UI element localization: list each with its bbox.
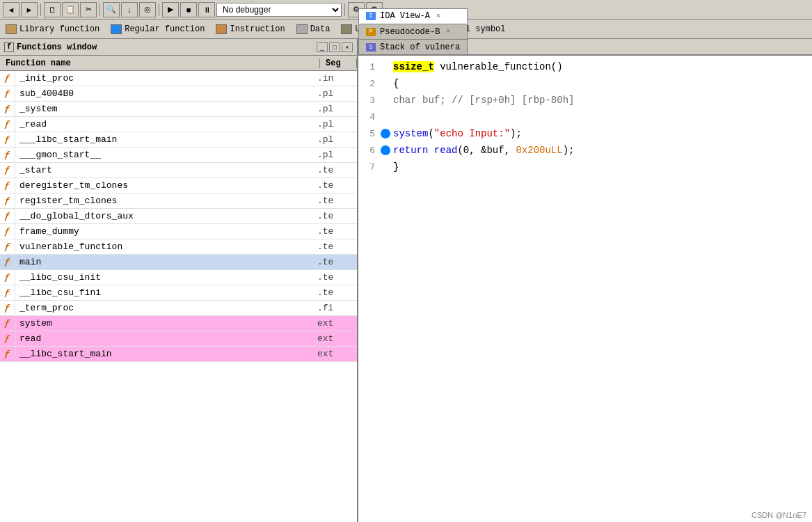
function-row[interactable]: ƒframe_dummy.te (0, 224, 357, 239)
function-row[interactable]: ƒregister_tm_clones.te (0, 193, 357, 209)
function-seg: ext (315, 318, 357, 329)
titlebar-minimize[interactable]: _ (317, 42, 328, 52)
function-row[interactable]: ƒ___gmon_start__.pl (0, 148, 357, 163)
function-row[interactable]: ƒsub_4004B0.pl (0, 86, 357, 102)
legend-unexplored-color (341, 24, 352, 34)
toolbar-run[interactable]: ▶ (162, 2, 179, 17)
legend-library-color (6, 24, 17, 34)
function-row[interactable]: ƒ__libc_start_mainext (0, 347, 357, 362)
function-row[interactable]: ƒ_start.te (0, 163, 357, 178)
function-name: __libc_start_main (15, 349, 315, 359)
toolbar-forward[interactable]: ► (21, 2, 38, 17)
function-row[interactable]: ƒ__libc_csu_fini.te (0, 285, 357, 301)
toolbar-btn5[interactable]: ↓ (121, 2, 138, 17)
function-name: system (15, 318, 315, 329)
function-seg: .te (315, 257, 357, 267)
function-name: _init_proc (15, 73, 315, 84)
toolbar-back[interactable]: ◄ (3, 2, 19, 17)
function-name: vulnerable_function (15, 242, 315, 252)
code-line: 5 system("echo Input:"); (358, 125, 812, 142)
ida-panel: IIDA View-A×PPseudocode-B×SStack of vuln… (358, 39, 812, 522)
line-number: 7 (361, 162, 381, 173)
tab-close-btn[interactable]: × (434, 12, 443, 20)
function-row[interactable]: ƒmain.te (0, 255, 357, 270)
function-row[interactable]: ƒsystemext (0, 316, 357, 331)
function-name: sub_4004B0 (15, 88, 315, 99)
legend-regular-color (111, 24, 122, 34)
tab-Stack-of-vulnera[interactable]: SStack of vulnera (358, 39, 468, 54)
line-number: 1 (361, 62, 381, 72)
function-seg: ext (315, 333, 357, 344)
titlebar-maximize[interactable]: □ (329, 42, 340, 52)
function-seg: .te (315, 242, 357, 252)
function-row[interactable]: ƒvulnerable_function.te (0, 239, 357, 255)
sep3 (159, 3, 159, 16)
function-row[interactable]: ƒderegister_tm_clones.te (0, 178, 357, 193)
tab-label: Pseudocode-B (380, 27, 440, 37)
function-row[interactable]: ƒ_system.pl (0, 102, 357, 117)
titlebar-close[interactable]: × (342, 42, 353, 52)
function-seg: .te (315, 272, 357, 283)
function-row[interactable]: ƒ__libc_csu_init.te (0, 270, 357, 285)
breakpoint-dot (381, 129, 390, 139)
code-content: ssize_t vulnerable_function() (393, 61, 812, 72)
function-icon: ƒ (0, 224, 15, 239)
toolbar-pause[interactable]: ⏸ (198, 2, 215, 17)
tab-Pseudocode-B[interactable]: PPseudocode-B× (358, 24, 468, 39)
col-name-header: Function name (0, 58, 320, 68)
function-name: _read (15, 119, 315, 129)
function-seg: .pl (315, 119, 357, 129)
line-number: 4 (361, 112, 381, 122)
function-seg: .te (315, 226, 357, 237)
function-row[interactable]: ƒ__do_global_dtors_aux.te (0, 209, 357, 224)
toolbar-btn6[interactable]: ◎ (139, 2, 156, 17)
legend-data-color (296, 24, 308, 34)
debugger-select[interactable]: No debugger (216, 3, 342, 17)
function-icon: ƒ (0, 132, 15, 148)
function-row[interactable]: ƒ_init_proc.in (0, 71, 357, 86)
function-name: main (15, 257, 315, 267)
code-line: 7} (358, 159, 812, 175)
line-number: 6 (361, 145, 381, 156)
toolbar-stop[interactable]: ■ (180, 2, 197, 17)
function-icon: ƒ (0, 71, 15, 86)
function-row[interactable]: ƒ_read.pl (0, 117, 357, 132)
code-content: char buf; // [rsp+0h] [rbp-80h] (393, 95, 812, 106)
function-seg: .pl (315, 88, 357, 99)
toolbar-btn4[interactable]: 🔍 (103, 2, 120, 17)
toolbar-btn3[interactable]: ✂ (80, 2, 97, 17)
function-icon: ƒ (0, 301, 15, 316)
code-lines: 1ssize_t vulnerable_function()2{3 char b… (358, 58, 812, 175)
function-name: __do_global_dtors_aux (15, 211, 315, 221)
function-row[interactable]: ƒ___libc_start_main.pl (0, 132, 357, 148)
legend-library: Library function (6, 24, 99, 34)
function-name: ___gmon_start__ (15, 150, 315, 160)
line-number: 3 (361, 95, 381, 106)
tab-label: IDA View-A (380, 11, 430, 21)
tab-label: Stack of vulnera (380, 42, 460, 52)
function-row[interactable]: ƒreadext (0, 331, 357, 347)
code-line: 1ssize_t vulnerable_function() (358, 58, 812, 75)
sep4 (344, 3, 345, 16)
panel-icon: f (4, 42, 14, 52)
toolbar-btn1[interactable]: 🗋 (44, 2, 61, 17)
watermark: CSDN @N1nE7 (751, 511, 806, 519)
legend-data: Data (296, 24, 331, 34)
function-icon: ƒ (0, 163, 15, 178)
function-name: frame_dummy (15, 226, 315, 237)
function-seg: .pl (315, 104, 357, 114)
functions-title: Functions window (17, 42, 97, 52)
tab-close-btn[interactable]: × (444, 28, 452, 36)
function-icon: ƒ (0, 102, 15, 117)
toolbar-btn2[interactable]: 📋 (62, 2, 79, 17)
tab-IDA-View-A[interactable]: IIDA View-A× (358, 8, 468, 24)
function-icon: ƒ (0, 347, 15, 362)
function-name: _system (15, 104, 315, 114)
legend-instruction-color (216, 24, 227, 34)
function-row[interactable]: ƒ_term_proc.fi (0, 301, 357, 316)
function-seg: .pl (315, 134, 357, 145)
function-icon: ƒ (0, 86, 15, 102)
tab-icon: P (366, 28, 376, 36)
function-rows: ƒ_init_proc.inƒsub_4004B0.plƒ_system.plƒ… (0, 71, 357, 362)
function-seg: .te (315, 165, 357, 175)
